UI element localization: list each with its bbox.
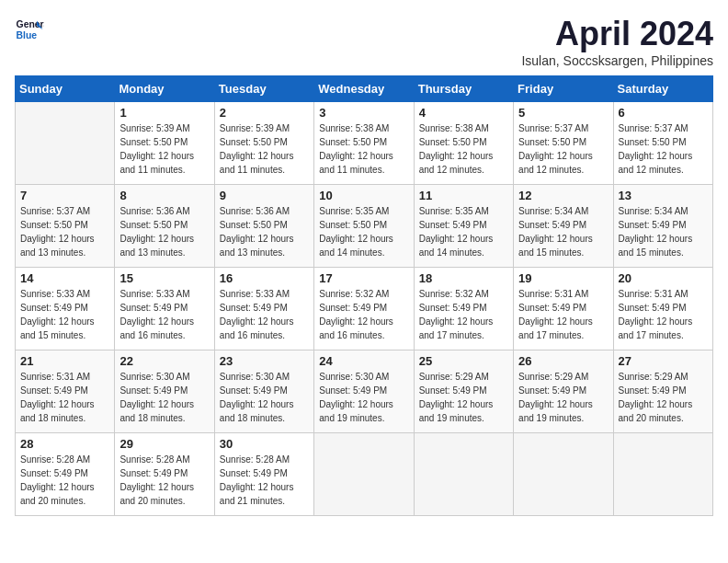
calendar-cell: 8Sunrise: 5:36 AM Sunset: 5:50 PM Daylig… (115, 185, 214, 268)
day-number: 30 (220, 437, 309, 451)
day-number: 8 (119, 189, 209, 202)
day-number: 3 (319, 106, 408, 120)
calendar-week-row: 14Sunrise: 5:33 AM Sunset: 5:49 PM Dayli… (16, 268, 713, 350)
day-info: Sunrise: 5:35 AM Sunset: 5:50 PM Dayligh… (319, 204, 408, 259)
calendar-cell: 7Sunrise: 5:37 AM Sunset: 5:50 PM Daylig… (16, 185, 115, 268)
calendar-cell: 12Sunrise: 5:34 AM Sunset: 5:49 PM Dayli… (514, 185, 613, 268)
calendar-cell: 30Sunrise: 5:28 AM Sunset: 5:49 PM Dayli… (214, 433, 313, 516)
calendar-cell: 23Sunrise: 5:30 AM Sunset: 5:49 PM Dayli… (214, 350, 313, 433)
calendar-cell: 22Sunrise: 5:30 AM Sunset: 5:49 PM Dayli… (115, 350, 214, 433)
day-info: Sunrise: 5:28 AM Sunset: 5:49 PM Dayligh… (220, 453, 309, 508)
day-number: 5 (518, 106, 608, 120)
day-number: 23 (220, 354, 309, 368)
calendar-header-row: SundayMondayTuesdayWednesdayThursdayFrid… (16, 76, 713, 102)
day-number: 24 (319, 354, 408, 368)
weekday-header-wednesday: Wednesday (314, 76, 414, 102)
day-info: Sunrise: 5:33 AM Sunset: 5:49 PM Dayligh… (220, 287, 309, 342)
day-info: Sunrise: 5:30 AM Sunset: 5:49 PM Dayligh… (119, 370, 209, 425)
calendar-week-row: 28Sunrise: 5:28 AM Sunset: 5:49 PM Dayli… (16, 433, 713, 516)
day-info: Sunrise: 5:38 AM Sunset: 5:50 PM Dayligh… (319, 121, 408, 177)
calendar-cell (414, 433, 513, 516)
calendar-cell: 24Sunrise: 5:30 AM Sunset: 5:49 PM Dayli… (314, 350, 414, 433)
day-info: Sunrise: 5:39 AM Sunset: 5:50 PM Dayligh… (220, 121, 309, 177)
calendar-cell: 25Sunrise: 5:29 AM Sunset: 5:49 PM Dayli… (414, 350, 513, 433)
svg-text:Blue: Blue (17, 30, 38, 40)
day-number: 12 (518, 189, 608, 202)
calendar-cell: 4Sunrise: 5:38 AM Sunset: 5:50 PM Daylig… (414, 102, 513, 185)
day-number: 21 (20, 354, 109, 368)
day-number: 14 (20, 271, 109, 285)
title-area: April 2024 Isulan, Soccsksargen, Philipp… (521, 15, 713, 68)
day-number: 20 (619, 271, 708, 285)
calendar-cell: 15Sunrise: 5:33 AM Sunset: 5:49 PM Dayli… (115, 268, 214, 350)
logo-icon: General Blue (15, 15, 44, 44)
day-number: 19 (518, 271, 608, 285)
day-info: Sunrise: 5:33 AM Sunset: 5:49 PM Dayligh… (119, 287, 209, 342)
day-number: 4 (419, 106, 508, 120)
day-info: Sunrise: 5:28 AM Sunset: 5:49 PM Dayligh… (119, 453, 209, 508)
day-info: Sunrise: 5:29 AM Sunset: 5:49 PM Dayligh… (518, 370, 608, 425)
weekday-header-tuesday: Tuesday (214, 76, 313, 102)
day-number: 7 (20, 189, 109, 202)
calendar-cell: 20Sunrise: 5:31 AM Sunset: 5:49 PM Dayli… (613, 268, 712, 350)
calendar-cell: 27Sunrise: 5:29 AM Sunset: 5:49 PM Dayli… (613, 350, 712, 433)
day-info: Sunrise: 5:36 AM Sunset: 5:50 PM Dayligh… (119, 204, 209, 259)
day-info: Sunrise: 5:31 AM Sunset: 5:49 PM Dayligh… (619, 287, 708, 342)
svg-text:General: General (17, 19, 44, 29)
logo: General Blue (15, 15, 44, 44)
day-number: 13 (619, 189, 708, 202)
calendar-cell: 26Sunrise: 5:29 AM Sunset: 5:49 PM Dayli… (514, 350, 613, 433)
calendar-cell: 3Sunrise: 5:38 AM Sunset: 5:50 PM Daylig… (314, 102, 414, 185)
calendar-cell: 1Sunrise: 5:39 AM Sunset: 5:50 PM Daylig… (115, 102, 214, 185)
day-info: Sunrise: 5:37 AM Sunset: 5:50 PM Dayligh… (619, 121, 708, 177)
day-number: 27 (619, 354, 708, 368)
day-number: 25 (419, 354, 508, 368)
weekday-header-saturday: Saturday (613, 76, 712, 102)
day-number: 1 (119, 106, 209, 120)
day-number: 29 (119, 437, 209, 451)
day-number: 16 (220, 271, 309, 285)
day-number: 9 (220, 189, 309, 202)
calendar-week-row: 1Sunrise: 5:39 AM Sunset: 5:50 PM Daylig… (16, 102, 713, 185)
calendar-cell: 18Sunrise: 5:32 AM Sunset: 5:49 PM Dayli… (414, 268, 513, 350)
day-info: Sunrise: 5:34 AM Sunset: 5:49 PM Dayligh… (518, 204, 608, 259)
calendar-cell: 6Sunrise: 5:37 AM Sunset: 5:50 PM Daylig… (613, 102, 712, 185)
calendar-table: SundayMondayTuesdayWednesdayThursdayFrid… (15, 75, 713, 516)
header: General Blue April 2024 Isulan, Soccsksa… (15, 15, 713, 68)
calendar-cell: 21Sunrise: 5:31 AM Sunset: 5:49 PM Dayli… (16, 350, 115, 433)
location-subtitle: Isulan, Soccsksargen, Philippines (521, 53, 713, 68)
calendar-cell: 16Sunrise: 5:33 AM Sunset: 5:49 PM Dayli… (214, 268, 313, 350)
day-info: Sunrise: 5:35 AM Sunset: 5:49 PM Dayligh… (419, 204, 508, 259)
day-info: Sunrise: 5:28 AM Sunset: 5:49 PM Dayligh… (20, 453, 109, 508)
day-number: 26 (518, 354, 608, 368)
calendar-week-row: 7Sunrise: 5:37 AM Sunset: 5:50 PM Daylig… (16, 185, 713, 268)
calendar-cell (314, 433, 414, 516)
weekday-header-monday: Monday (115, 76, 214, 102)
weekday-header-sunday: Sunday (16, 76, 115, 102)
day-info: Sunrise: 5:29 AM Sunset: 5:49 PM Dayligh… (419, 370, 508, 425)
calendar-week-row: 21Sunrise: 5:31 AM Sunset: 5:49 PM Dayli… (16, 350, 713, 433)
calendar-body: 1Sunrise: 5:39 AM Sunset: 5:50 PM Daylig… (16, 102, 713, 516)
day-info: Sunrise: 5:32 AM Sunset: 5:49 PM Dayligh… (319, 287, 408, 342)
day-info: Sunrise: 5:37 AM Sunset: 5:50 PM Dayligh… (20, 204, 109, 259)
day-number: 15 (119, 271, 209, 285)
calendar-cell: 2Sunrise: 5:39 AM Sunset: 5:50 PM Daylig… (214, 102, 313, 185)
day-number: 10 (319, 189, 408, 202)
calendar-cell (16, 102, 115, 185)
weekday-header-friday: Friday (514, 76, 613, 102)
day-info: Sunrise: 5:38 AM Sunset: 5:50 PM Dayligh… (419, 121, 508, 177)
calendar-cell: 28Sunrise: 5:28 AM Sunset: 5:49 PM Dayli… (16, 433, 115, 516)
day-number: 17 (319, 271, 408, 285)
day-info: Sunrise: 5:33 AM Sunset: 5:49 PM Dayligh… (20, 287, 109, 342)
weekday-header-thursday: Thursday (414, 76, 513, 102)
day-info: Sunrise: 5:29 AM Sunset: 5:49 PM Dayligh… (619, 370, 708, 425)
day-info: Sunrise: 5:37 AM Sunset: 5:50 PM Dayligh… (518, 121, 608, 177)
day-number: 28 (20, 437, 109, 451)
calendar-cell: 17Sunrise: 5:32 AM Sunset: 5:49 PM Dayli… (314, 268, 414, 350)
day-number: 18 (419, 271, 508, 285)
day-number: 6 (619, 106, 708, 120)
calendar-cell: 10Sunrise: 5:35 AM Sunset: 5:50 PM Dayli… (314, 185, 414, 268)
calendar-cell: 11Sunrise: 5:35 AM Sunset: 5:49 PM Dayli… (414, 185, 513, 268)
day-number: 11 (419, 189, 508, 202)
calendar-cell: 13Sunrise: 5:34 AM Sunset: 5:49 PM Dayli… (613, 185, 712, 268)
